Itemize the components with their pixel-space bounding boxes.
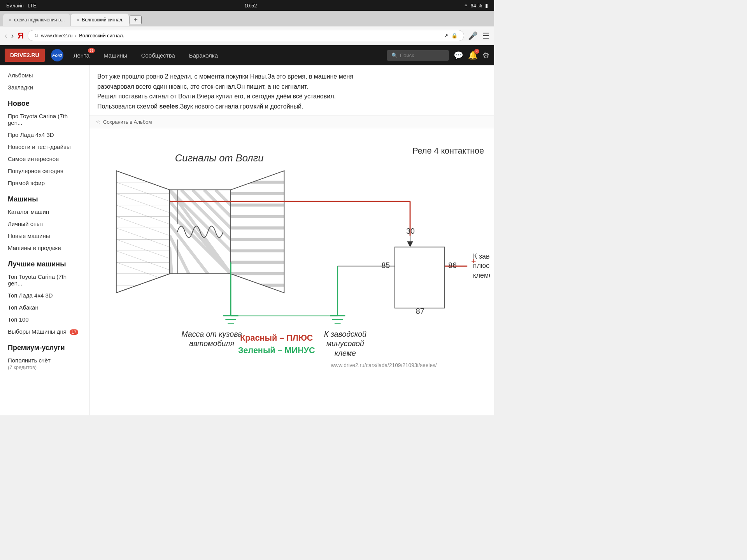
- svg-text:клеме: клеме: [473, 271, 490, 279]
- sidebar-item-lada4x4[interactable]: Про Лада 4x4 3D: [0, 129, 89, 141]
- diagram-container: Сигналы от Волги Реле 4 контактное: [89, 128, 494, 379]
- sidebar-item-credit[interactable]: Пополнить счёт(7 кредитов): [0, 354, 89, 373]
- yandex-logo[interactable]: Я: [18, 31, 24, 41]
- close-icon[interactable]: ✕: [76, 18, 79, 22]
- star-icon: ☆: [96, 119, 101, 125]
- carrier-label: Билайн: [6, 3, 24, 9]
- nav-item-barakholka[interactable]: Барахолка: [182, 45, 225, 65]
- notifications-icon[interactable]: 🔔 4: [468, 51, 478, 60]
- microphone-icon[interactable]: 🎤: [468, 31, 478, 40]
- tab-1[interactable]: ✕ Волговский сигнал.: [71, 14, 129, 26]
- sidebar-item-bookmarks[interactable]: Закладки: [0, 81, 89, 93]
- svg-text:автомобиля: автомобиля: [189, 340, 234, 348]
- url-right-icons: ↗ 🔒: [444, 33, 458, 38]
- status-right: ⌖ 64 % ▮: [465, 2, 488, 9]
- nav-items: Лента 76 Машины Сообщества Барахолка: [67, 45, 225, 65]
- sidebar-item-label: Про Лада 4x4 3D: [8, 131, 54, 138]
- sidebar-item-label: Топ Лада 4x4 3D: [8, 292, 53, 299]
- tab-label: схема подключения в...: [14, 17, 65, 23]
- sidebar-item-label: Самое интересное: [8, 156, 59, 162]
- network-label: LTE: [28, 3, 37, 9]
- label-30: 30: [406, 227, 415, 235]
- sidebar-item-label: Закладки: [8, 84, 33, 91]
- svg-rect-58: [395, 247, 444, 308]
- sidebar-item-live[interactable]: Прямой эфир: [0, 177, 89, 189]
- sidebar-item-for-sale[interactable]: Машины в продаже: [0, 242, 89, 254]
- sidebar-item-top-100[interactable]: Топ 100: [0, 313, 89, 326]
- green-label: Зеленый – МИНУС: [238, 345, 315, 355]
- menu-icon[interactable]: ☰: [482, 31, 489, 40]
- sidebar-item-label: Личный опыт: [8, 220, 44, 227]
- sidebar: Альбомы Закладки Новое Про Toyota Carina…: [0, 65, 89, 415]
- diagram-svg: Сигналы от Волги Реле 4 контактное: [93, 132, 490, 373]
- search-bar[interactable]: 🔍 Поиск: [387, 50, 449, 61]
- label-86: 86: [448, 261, 457, 270]
- svg-text:+: +: [471, 257, 476, 266]
- status-bar: Билайн LTE 10:52 ⌖ 64 % ▮: [0, 0, 494, 11]
- battery-label: 64 %: [470, 3, 482, 9]
- battery-icon: ▮: [485, 3, 488, 9]
- sidebar-item-label: Про Toyota Carina (7th gen...: [8, 113, 68, 126]
- url-domain: www.drive2.ru: [41, 33, 73, 38]
- search-placeholder: Поиск: [400, 52, 414, 58]
- svg-line-37: [170, 247, 172, 274]
- sidebar-item-top-lada[interactable]: Топ Лада 4x4 3D: [0, 289, 89, 301]
- share-icon[interactable]: ↗: [444, 33, 448, 38]
- sidebar-item-label: Выборы Машины дня: [8, 328, 67, 335]
- article-paragraph: Вот уже прошло ровно 2 недели, с момента…: [97, 72, 486, 111]
- sidebar-item-top-abakan[interactable]: Топ Абакан: [0, 301, 89, 313]
- search-icon: 🔍: [391, 52, 398, 58]
- lock-icon: 🔒: [451, 33, 458, 38]
- vybory-badge: 17: [70, 329, 78, 335]
- back-button[interactable]: ‹: [5, 31, 7, 40]
- save-album-bar[interactable]: ☆ Сохранить в Альбом: [89, 116, 494, 128]
- close-icon[interactable]: ✕: [9, 18, 12, 22]
- sidebar-item-label: Пополнить счёт(7 кредитов): [8, 357, 51, 370]
- new-tab-button[interactable]: +: [130, 16, 142, 24]
- sidebar-item-label: Топ 100: [8, 316, 29, 323]
- settings-icon[interactable]: ⚙: [482, 51, 489, 60]
- nav-item-label: Лента: [74, 52, 90, 59]
- nav-item-soobschestva[interactable]: Сообщества: [134, 45, 182, 65]
- red-label: Красный – ПЛЮС: [240, 333, 313, 343]
- nav-item-label: Барахолка: [189, 52, 218, 59]
- sidebar-item-label: Машины в продаже: [8, 245, 61, 251]
- time-label: 10:52: [244, 3, 257, 9]
- sidebar-item-label: Популярное сегодня: [8, 168, 63, 174]
- messages-icon[interactable]: 💬: [454, 51, 463, 60]
- tab-0[interactable]: ✕ схема подключения в...: [3, 14, 70, 26]
- sidebar-item-label: Новости и тест-драйвы: [8, 144, 71, 150]
- address-right-icons: 🎤 ☰: [468, 31, 489, 40]
- sidebar-item-interesting[interactable]: Самое интересное: [0, 153, 89, 165]
- sidebar-item-news[interactable]: Новости и тест-драйвы: [0, 141, 89, 153]
- main-layout: Альбомы Закладки Новое Про Toyota Carina…: [0, 65, 494, 415]
- ford-label: Ford: [52, 53, 61, 58]
- sidebar-item-label: Новые машины: [8, 233, 50, 239]
- logo-text: DRIVE2.RU: [10, 52, 39, 58]
- sidebar-item-catalog[interactable]: Каталог машин: [0, 206, 89, 218]
- nav-item-lenta[interactable]: Лента 76: [67, 45, 97, 65]
- sidebar-item-popular[interactable]: Популярное сегодня: [0, 165, 89, 177]
- sidebar-item-label: Топ Абакан: [8, 304, 39, 311]
- sidebar-item-toyota[interactable]: Про Toyota Carina (7th gen...: [0, 110, 89, 129]
- ford-icon[interactable]: Ford: [51, 49, 63, 61]
- reload-icon[interactable]: ↻: [34, 33, 39, 38]
- notifications-badge: 4: [474, 49, 479, 54]
- nav-item-mashiny[interactable]: Машины: [96, 45, 134, 65]
- sidebar-item-personal[interactable]: Личный опыт: [0, 218, 89, 230]
- forward-button[interactable]: ›: [11, 31, 14, 40]
- nav-item-label: Сообщества: [141, 52, 175, 59]
- label-87: 87: [416, 307, 424, 315]
- sidebar-item-label: Каталог машин: [8, 208, 49, 215]
- logo-box[interactable]: DRIVE2.RU: [5, 49, 45, 62]
- sidebar-item-vybory[interactable]: Выборы Машины дня 17: [0, 326, 89, 338]
- sidebar-item-new-cars[interactable]: Новые машины: [0, 230, 89, 242]
- url-bar[interactable]: ↻ www.drive2.ru › Волговский сигнал. ↗ 🔒: [28, 30, 464, 41]
- sidebar-section-novoe: Новое: [0, 93, 89, 110]
- tab-bar: ✕ схема подключения в... ✕ Волговский си…: [0, 11, 494, 26]
- url-path: Волговский сигнал.: [79, 33, 124, 38]
- sidebar-item-top-toyota[interactable]: Топ Toyota Carina (7th gen...: [0, 271, 89, 289]
- sidebar-item-albums[interactable]: Альбомы: [0, 69, 89, 81]
- article-text: Вот уже прошло ровно 2 недели, с момента…: [89, 65, 494, 116]
- save-album-label: Сохранить в Альбом: [103, 119, 152, 125]
